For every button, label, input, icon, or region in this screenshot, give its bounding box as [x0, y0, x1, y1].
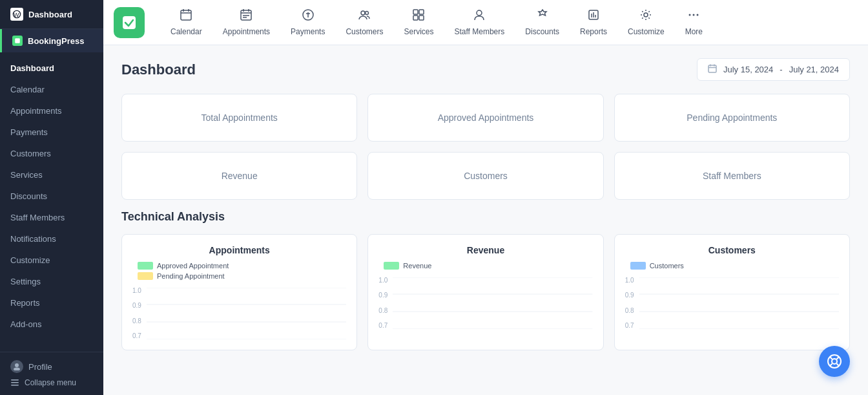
y-axis-revenue: 0.7 0.8 0.9 1.0 [378, 277, 390, 329]
payments-icon [302, 8, 315, 25]
sidebar-footer: Profile Collapse menu [0, 352, 103, 395]
topnav-discounts-label: Discounts [525, 27, 559, 36]
appointments-chart-legend: Approved Appointment Pending Appointment [132, 262, 346, 280]
dashboard-label: Dashboard [10, 63, 54, 73]
sidebar-item-calendar[interactable]: Calendar [0, 79, 103, 100]
appointments-chart-title: Appointments [132, 245, 346, 255]
more-icon [687, 8, 700, 25]
sidebar-item-reports[interactable]: Reports [0, 292, 103, 314]
customers-chart-title: Customers [625, 245, 839, 255]
pending-appointments-label: Pending Appointments [687, 112, 777, 123]
bookingpress-logo[interactable] [114, 7, 145, 38]
y-label-08c: 0.8 [625, 308, 634, 314]
calendar-label: Calendar [10, 85, 45, 94]
svg-point-35 [693, 14, 695, 16]
sidebar-item-customize[interactable]: Customize [0, 250, 103, 271]
sidebar-item-notifications[interactable]: Notifications [0, 228, 103, 250]
calendar-icon [180, 8, 192, 25]
date-separator: - [780, 65, 782, 74]
topnav-item-services[interactable]: Services [393, 3, 444, 41]
topnav-staff-label: Staff Members [454, 27, 504, 36]
profile-avatar [10, 360, 23, 373]
sidebar: W Dashboard BookingPress Dashboard Calen… [0, 0, 103, 395]
topnav-item-appointments[interactable]: Appointments [212, 3, 280, 41]
svg-rect-25 [419, 10, 424, 14]
total-appointments-label: Total Appointments [202, 112, 278, 123]
svg-point-4 [14, 368, 20, 371]
topnav-item-discounts[interactable]: Discounts [515, 3, 570, 41]
sidebar-item-services[interactable]: Services [0, 164, 103, 186]
topnav-item-staff-members[interactable]: Staff Members [444, 3, 515, 41]
customize-label: Customize [10, 255, 50, 265]
settings-label: Settings [10, 277, 41, 286]
y-label-09r: 0.9 [378, 292, 388, 299]
y-axis-customers: 0.7 0.8 0.9 1.0 [625, 277, 637, 329]
svg-point-22 [361, 11, 365, 15]
y-axis-appointments: 0.7 0.8 0.9 1.0 [132, 288, 144, 339]
topnav-more-label: More [685, 27, 703, 36]
addons-label: Add-ons [10, 319, 41, 329]
svg-point-54 [832, 359, 837, 364]
plugin-name: BookingPress [28, 36, 84, 46]
topnav-item-reports[interactable]: Reports [570, 3, 617, 41]
sidebar-item-addons[interactable]: Add-ons [0, 314, 103, 335]
notifications-label: Notifications [10, 234, 56, 244]
customers-chart-card: Customers Customers 0.7 0.8 0.9 1.0 [614, 234, 850, 350]
technical-analysis-section: Technical Analysis Appointments Approved… [121, 210, 850, 350]
customers-icon [358, 8, 371, 25]
svg-point-36 [697, 14, 699, 16]
approved-legend-label: Approved Appointment [157, 262, 229, 270]
sidebar-item-discounts[interactable]: Discounts [0, 186, 103, 207]
customize-icon [639, 8, 652, 25]
svg-rect-6 [11, 382, 19, 383]
sidebar-item-appointments[interactable]: Appointments [0, 100, 103, 122]
sidebar-item-customers[interactable]: Customers [0, 143, 103, 164]
sidebar-item-payments[interactable]: Payments [0, 122, 103, 143]
svg-rect-7 [11, 385, 19, 386]
sidebar-item-dashboard[interactable]: Dashboard [0, 58, 103, 79]
y-label-09: 0.9 [132, 303, 141, 309]
y-label-10c: 1.0 [625, 277, 634, 284]
revenue-legend-color [384, 262, 399, 270]
services-label: Services [10, 170, 43, 180]
y-label-08: 0.8 [132, 318, 141, 325]
customers-chart-area: 0.7 0.8 0.9 1.0 [625, 277, 839, 329]
appointments-chart-card: Appointments Approved Appointment Pendin… [121, 234, 357, 350]
revenue-legend-label: Revenue [403, 262, 431, 270]
staff-members-icon [473, 8, 486, 25]
collapse-menu-button[interactable]: Collapse menu [10, 378, 93, 387]
pending-legend-label: Pending Appointment [157, 272, 225, 280]
sidebar-item-settings[interactable]: Settings [0, 271, 103, 292]
svg-rect-2 [15, 38, 20, 43]
svg-point-34 [689, 14, 691, 16]
appointments-label: Appointments [10, 106, 62, 116]
y-label-07r: 0.7 [378, 323, 388, 329]
topnav-services-label: Services [404, 27, 433, 36]
sidebar-nav: Dashboard Calendar Appointments Payments… [0, 52, 103, 352]
legend-approved: Approved Appointment [138, 262, 346, 270]
topnav-item-more[interactable]: More [675, 3, 713, 41]
revenue-label: Revenue [222, 171, 258, 181]
topnav-item-customers[interactable]: Customers [335, 3, 393, 41]
date-range-picker[interactable]: July 15, 2024 - July 21, 2024 [697, 58, 850, 81]
dashboard-header: Dashboard July 15, 2024 - July 21, 2024 [121, 58, 850, 81]
svg-point-33 [644, 13, 648, 17]
revenue-chart-area: 0.7 0.8 0.9 1.0 [378, 277, 592, 329]
svg-rect-27 [419, 16, 424, 20]
svg-point-3 [15, 363, 19, 367]
profile-row[interactable]: Profile [10, 360, 93, 373]
staff-members-label: Staff Members [703, 171, 761, 181]
y-label-10r: 1.0 [378, 277, 388, 284]
topnav-item-customize[interactable]: Customize [617, 3, 675, 41]
sidebar-plugin-header[interactable]: BookingPress [0, 29, 103, 52]
payments-label: Payments [10, 127, 48, 137]
topnav-item-payments[interactable]: Payments [280, 3, 335, 41]
revenue-chart-legend: Revenue [378, 262, 592, 270]
topnav-item-calendar[interactable]: Calendar [160, 3, 212, 41]
customers-label: Customers [10, 149, 51, 158]
svg-line-56 [837, 364, 840, 367]
discounts-label: Discounts [10, 191, 47, 201]
y-label-09c: 0.9 [625, 292, 634, 299]
sidebar-item-staff-members[interactable]: Staff Members [0, 207, 103, 228]
help-fab[interactable] [819, 346, 850, 377]
